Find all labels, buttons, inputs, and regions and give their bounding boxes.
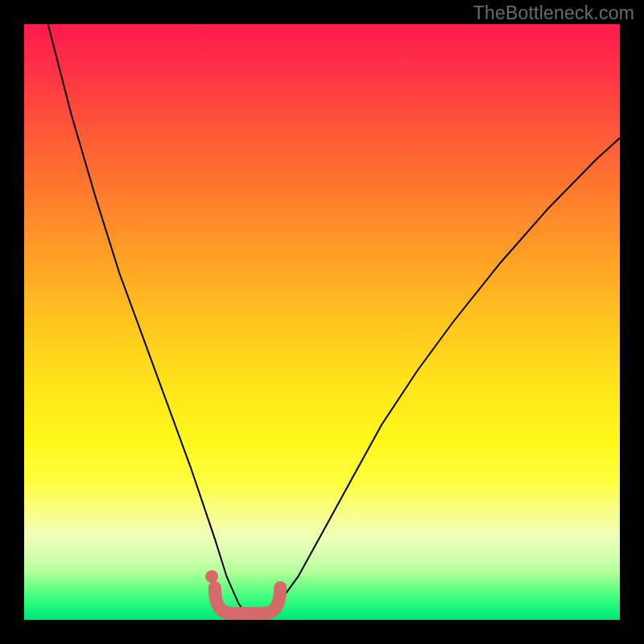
trough-brace (215, 588, 280, 613)
chart-svg (24, 24, 620, 620)
watermark-text: TheBottleneck.com (473, 2, 634, 24)
chart-frame: TheBottleneck.com (0, 0, 644, 644)
plot-area (24, 24, 620, 620)
trough-left-dot (205, 570, 218, 583)
bottleneck-curve (48, 24, 620, 620)
